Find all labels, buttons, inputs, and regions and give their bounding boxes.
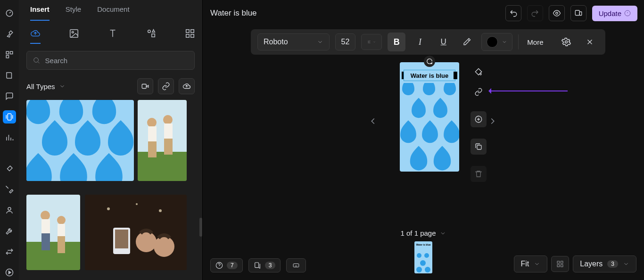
search-field[interactable] xyxy=(45,57,189,65)
cloud-upload-button[interactable] xyxy=(179,78,195,94)
help-button[interactable]: 7 xyxy=(210,258,243,272)
story-icon[interactable] xyxy=(3,110,16,124)
svg-point-9 xyxy=(148,30,151,33)
pin-icon[interactable] xyxy=(3,27,16,41)
asset-kids-photo-wide[interactable] xyxy=(26,195,80,270)
svg-rect-59 xyxy=(561,264,563,267)
svg-point-22 xyxy=(163,115,173,124)
svg-rect-55 xyxy=(294,264,299,267)
record-video-button[interactable] xyxy=(137,78,153,94)
subtab-widget[interactable] xyxy=(185,29,195,44)
svg-rect-2 xyxy=(10,51,13,54)
analytics-icon[interactable] xyxy=(3,131,16,144)
svg-rect-3 xyxy=(6,56,8,58)
svg-rect-47 xyxy=(477,145,481,149)
svg-point-49 xyxy=(424,253,429,258)
svg-rect-29 xyxy=(41,233,50,250)
subtab-image[interactable] xyxy=(69,29,79,44)
svg-rect-23 xyxy=(164,124,173,139)
svg-point-8 xyxy=(72,31,74,33)
canvas[interactable]: Water is blue 1 of 1 page Water is blue xyxy=(203,26,644,280)
thumb-title: Water is blue xyxy=(416,241,431,246)
svg-rect-11 xyxy=(186,30,189,33)
redo-button[interactable] xyxy=(527,5,543,21)
link-button[interactable] xyxy=(158,78,174,94)
play-icon[interactable] xyxy=(3,266,16,279)
svg-point-5 xyxy=(8,207,11,210)
svg-rect-42 xyxy=(575,10,579,16)
svg-point-30 xyxy=(57,216,66,224)
svg-rect-14 xyxy=(191,34,194,37)
resize-handle-right[interactable] xyxy=(454,72,457,79)
page-thumbnail[interactable]: Water is blue xyxy=(414,241,432,273)
delete-button[interactable] xyxy=(471,166,487,182)
fill-tool-button[interactable] xyxy=(471,64,487,80)
svg-rect-10 xyxy=(152,34,155,37)
svg-point-34 xyxy=(107,207,110,210)
svg-rect-57 xyxy=(561,261,563,264)
document-title[interactable]: Water is blue xyxy=(210,8,257,18)
tab-document[interactable]: Document xyxy=(97,5,129,21)
zoom-selector[interactable]: Fit xyxy=(514,255,548,272)
page-indicator[interactable]: 1 of 1 page xyxy=(400,229,446,237)
svg-rect-1 xyxy=(6,51,8,54)
preview-button[interactable] xyxy=(549,5,565,21)
search-input[interactable] xyxy=(26,51,195,70)
types-label: All Types xyxy=(26,82,55,91)
svg-rect-38 xyxy=(115,230,128,248)
user-icon[interactable] xyxy=(3,204,16,217)
svg-rect-32 xyxy=(58,236,65,253)
help-count: 7 xyxy=(227,262,238,269)
svg-rect-18 xyxy=(138,152,187,181)
add-page-button[interactable] xyxy=(471,111,487,127)
svg-rect-7 xyxy=(70,30,78,38)
artboard[interactable]: Water is blue xyxy=(400,62,459,172)
undo-button[interactable] xyxy=(505,5,521,21)
subtab-shape[interactable] xyxy=(146,29,157,44)
comments-button[interactable]: 3 xyxy=(248,258,281,272)
pen-icon[interactable] xyxy=(3,183,16,196)
svg-point-35 xyxy=(136,203,138,205)
svg-rect-12 xyxy=(191,30,194,33)
text-layer[interactable]: Water is blue xyxy=(404,70,455,81)
asset-party-photo[interactable] xyxy=(85,195,187,270)
svg-rect-54 xyxy=(255,263,258,268)
link-tool-button[interactable] xyxy=(471,84,487,100)
svg-rect-24 xyxy=(164,139,173,155)
svg-rect-13 xyxy=(186,34,189,37)
svg-rect-4 xyxy=(8,114,11,120)
subtab-text[interactable] xyxy=(107,29,118,44)
grid-view-button[interactable] xyxy=(551,256,569,272)
prev-page-arrow[interactable] xyxy=(368,116,378,128)
brush-icon[interactable] xyxy=(3,162,16,175)
next-page-arrow[interactable] xyxy=(487,116,498,128)
tab-style[interactable]: Style xyxy=(66,5,81,21)
layers-selector[interactable]: Layers3 xyxy=(573,255,636,272)
svg-point-52 xyxy=(425,267,430,272)
duplicate-button[interactable] xyxy=(471,139,487,155)
svg-rect-56 xyxy=(557,261,560,264)
update-button[interactable]: Update xyxy=(592,6,637,21)
rotate-handle[interactable] xyxy=(424,56,435,67)
tab-insert[interactable]: Insert xyxy=(30,5,50,21)
apps-icon[interactable] xyxy=(3,48,16,61)
asset-scrollbar[interactable] xyxy=(199,218,202,237)
chat-icon[interactable] xyxy=(3,90,16,103)
svg-point-36 xyxy=(159,209,162,212)
dashboard-icon[interactable] xyxy=(3,7,16,20)
page-indicator-label: 1 of 1 page xyxy=(400,229,436,237)
svg-rect-25 xyxy=(26,195,80,242)
asset-kids-photo-vertical[interactable] xyxy=(138,100,187,181)
keyboard-button[interactable] xyxy=(286,258,306,272)
subtab-upload[interactable] xyxy=(30,29,41,44)
layers-label: Layers xyxy=(580,260,603,268)
svg-point-15 xyxy=(34,58,39,62)
types-dropdown[interactable]: All Types xyxy=(26,82,66,91)
asset-water-pattern[interactable] xyxy=(26,100,134,181)
svg-point-27 xyxy=(41,211,50,220)
wrench-icon[interactable] xyxy=(3,224,16,238)
svg-point-40 xyxy=(154,236,174,257)
book-icon[interactable] xyxy=(3,69,16,82)
devices-button[interactable] xyxy=(570,5,586,21)
transfer-icon[interactable] xyxy=(3,245,16,258)
